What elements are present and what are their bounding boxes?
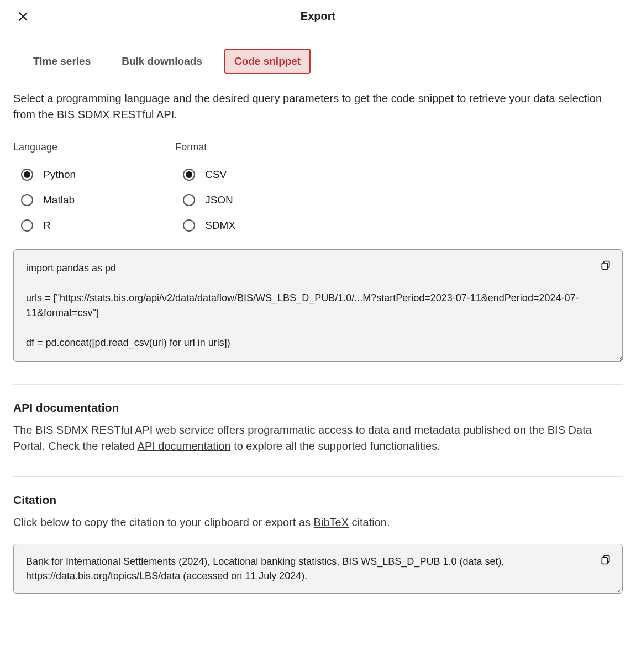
copy-icon (600, 260, 611, 271)
api-doc-text: The BIS SDMX RESTful API web service off… (13, 422, 623, 454)
parameters-row: Language Python Matlab R Format (13, 141, 623, 232)
tabs: Time series Bulk downloads Code snippet (24, 49, 623, 74)
copy-icon (600, 554, 611, 565)
close-icon (17, 11, 29, 23)
citation-text: Click below to copy the citation to your… (13, 514, 623, 531)
radio-icon (21, 169, 33, 181)
radio-label: R (43, 219, 51, 232)
radio-icon (183, 169, 195, 181)
dialog-content: Time series Bulk downloads Code snippet … (0, 49, 636, 607)
divider (13, 384, 623, 385)
dialog-title: Export (301, 10, 335, 23)
copy-code-button[interactable] (600, 260, 612, 272)
citation-text-before: Click below to copy the citation to your… (13, 516, 314, 528)
radio-label: Matlab (43, 194, 75, 206)
format-radio-group: CSV JSON SDMX (183, 169, 235, 232)
language-label: Language (13, 141, 76, 153)
language-radio-group: Python Matlab R (21, 169, 76, 232)
code-snippet-text[interactable]: import pandas as pd urls = ["https://sta… (26, 261, 610, 350)
svg-rect-3 (602, 558, 607, 564)
radio-r[interactable]: R (21, 219, 76, 232)
tab-time-series[interactable]: Time series (24, 50, 99, 73)
citation-text-after: citation. (349, 516, 390, 528)
citation-heading: Citation (13, 494, 623, 507)
tab-description: Select a programming language and the de… (13, 91, 623, 123)
radio-python[interactable]: Python (21, 169, 76, 181)
radio-label: JSON (205, 194, 233, 206)
copy-citation-button[interactable] (600, 554, 612, 566)
dialog-header: Export (0, 0, 636, 33)
radio-csv[interactable]: CSV (183, 169, 235, 181)
divider (13, 476, 623, 477)
tab-code-snippet[interactable]: Code snippet (224, 49, 311, 74)
format-label: Format (175, 141, 235, 153)
citation-content[interactable]: Bank for International Settlements (2024… (26, 554, 610, 583)
code-snippet-box: import pandas as pd urls = ["https://sta… (13, 249, 623, 362)
radio-label: CSV (205, 169, 227, 181)
radio-icon (183, 194, 195, 206)
close-button[interactable] (15, 9, 31, 24)
api-doc-text-after: to explore all the supported functionali… (231, 440, 440, 452)
format-column: Format CSV JSON SDMX (175, 141, 235, 232)
radio-sdmx[interactable]: SDMX (183, 219, 235, 232)
radio-icon (21, 219, 33, 232)
svg-rect-1 (602, 263, 607, 270)
radio-icon (21, 194, 33, 206)
language-column: Language Python Matlab R (13, 141, 76, 232)
radio-icon (183, 219, 195, 232)
citation-box: Bank for International Settlements (2024… (13, 544, 623, 594)
api-doc-link[interactable]: API documentation (138, 440, 231, 452)
radio-label: SDMX (205, 219, 235, 232)
radio-label: Python (43, 169, 76, 181)
radio-matlab[interactable]: Matlab (21, 194, 76, 206)
tab-bulk-downloads[interactable]: Bulk downloads (113, 50, 211, 73)
api-doc-heading: API documentation (13, 401, 623, 414)
bibtex-link[interactable]: BibTeX (314, 516, 349, 528)
radio-json[interactable]: JSON (183, 194, 235, 206)
